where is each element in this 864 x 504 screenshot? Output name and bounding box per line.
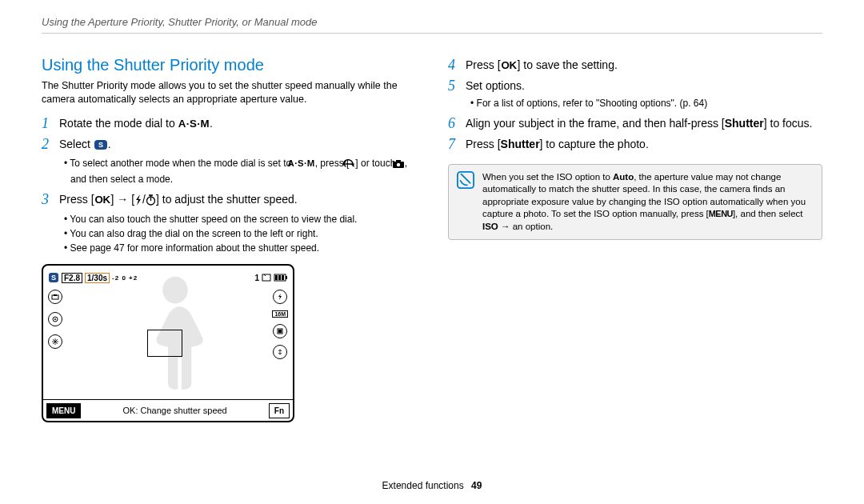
step-body: Press [OK] → [/] to adjust the shutter s… — [59, 192, 416, 256]
step-number: 5 — [448, 78, 459, 111]
af-frame — [147, 330, 182, 357]
lcd-aperture: F2.8 — [62, 273, 82, 283]
svg-rect-19 — [278, 330, 282, 333]
lcd-shutter: 1/30s — [85, 273, 110, 283]
lcd-ev-scale: -2 0 +2 — [112, 274, 138, 282]
step-7: 7Press [Shutter] to capture the photo. — [448, 137, 822, 153]
note-icon — [457, 171, 474, 189]
svg-point-17 — [54, 318, 56, 320]
wb-icon — [48, 334, 62, 349]
lcd-shot-count: 1 — [254, 274, 259, 282]
step-body: Align your subject in the frame, and the… — [466, 116, 822, 132]
svg-rect-11 — [275, 275, 278, 280]
left-column: Using the Shutter Priority mode The Shut… — [42, 56, 416, 422]
footer-section: Extended functions — [382, 480, 464, 491]
step-sublist: For a list of options, refer to "Shootin… — [466, 97, 822, 110]
breadcrumb: Using the Aperture Priority, Shutter Pri… — [42, 16, 822, 34]
step-subitem: For a list of options, refer to "Shootin… — [470, 97, 822, 110]
note-box: When you set the ISO option to Auto, the… — [448, 164, 822, 241]
menu-icon: MENU — [709, 208, 733, 220]
image-size-icon: 16M — [272, 310, 288, 318]
step-3: 3Press [OK] → [/] to adjust the shutter … — [42, 192, 416, 256]
section-heading: Using the Shutter Priority mode — [42, 56, 416, 74]
step-6: 6Align your subject in the frame, and th… — [448, 116, 822, 132]
step-5: 5Set options.For a list of options, refe… — [448, 78, 822, 111]
back-icon — [349, 159, 355, 172]
camera-icon — [398, 159, 405, 172]
sd-card-icon — [262, 274, 271, 282]
step-4: 4Press [OK] to save the setting. — [448, 58, 822, 74]
timer-icon — [146, 194, 156, 210]
flash-icon — [134, 194, 142, 210]
asm-icon: A·S·M — [178, 117, 210, 131]
mode-s-icon: S — [48, 272, 59, 283]
step-number: 7 — [448, 137, 459, 153]
svg-rect-3 — [396, 160, 401, 162]
step-subitem: To select another mode when the mode dia… — [64, 157, 416, 185]
steps-right: 4Press [OK] to save the setting.5Set opt… — [448, 58, 822, 153]
step-body: Press [OK] to save the setting. — [466, 58, 822, 74]
battery-icon — [274, 274, 288, 282]
quality-icon — [273, 324, 287, 338]
step-2: 2Select S.To select another mode when th… — [42, 137, 416, 187]
svg-text:S: S — [51, 274, 56, 282]
svg-rect-12 — [278, 275, 281, 280]
step-number: 2 — [42, 137, 53, 187]
step-body: Set options.For a list of options, refer… — [466, 78, 822, 111]
lcd-preview: S F2.8 1/30s -2 0 +2 1 — [42, 264, 294, 422]
step-number: 4 — [448, 58, 459, 74]
step-body: Press [Shutter] to capture the photo. — [466, 137, 822, 153]
step-subitem: You can also touch the shutter speed on … — [64, 213, 416, 226]
step-1: 1Rotate the mode dial to A·S·M. — [42, 116, 416, 132]
flash-mode-icon — [273, 290, 287, 304]
svg-point-4 — [397, 163, 400, 166]
footer-page-number: 49 — [471, 480, 482, 491]
page-footer: Extended functions 49 — [0, 480, 864, 491]
lcd-menu-button: MENU — [46, 403, 81, 418]
step-subitem: You can also drag the dial on the screen… — [64, 227, 416, 240]
step-number: 6 — [448, 116, 459, 132]
mode-s-icon: S — [94, 139, 108, 154]
svg-rect-10 — [286, 276, 287, 279]
lcd-fn-button: Fn — [269, 403, 290, 418]
asm-icon: A·S·M — [294, 158, 315, 170]
metering-icon — [48, 312, 62, 326]
ois-icon — [273, 345, 287, 359]
lcd-bottom-bar: MENU OK: Change shutter speed Fn — [43, 400, 293, 421]
step-number: 1 — [42, 116, 53, 132]
step-sublist: You can also touch the shutter speed on … — [59, 213, 416, 255]
ok-icon: OK — [501, 58, 518, 74]
step-body: Select S.To select another mode when the… — [59, 137, 416, 187]
step-number: 3 — [42, 192, 53, 256]
lcd-hint-text: OK: Change shutter speed — [84, 406, 265, 415]
step-sublist: To select another mode when the mode dia… — [59, 157, 416, 185]
step-body: Rotate the mode dial to A·S·M. — [59, 116, 416, 132]
note-text: When you set the ISO option to Auto, the… — [482, 171, 814, 234]
ok-icon: OK — [94, 192, 111, 208]
step-subitem: See page 47 for more information about t… — [64, 242, 416, 254]
svg-rect-15 — [54, 294, 57, 296]
drive-mode-icon — [48, 290, 62, 304]
svg-text:S: S — [98, 141, 103, 149]
svg-rect-8 — [262, 274, 270, 281]
intro-text: The Shutter Priority mode allows you to … — [42, 79, 416, 106]
steps-left: 1Rotate the mode dial to A·S·M.2Select S… — [42, 116, 416, 257]
right-column: 4Press [OK] to save the setting.5Set opt… — [448, 56, 822, 422]
svg-rect-13 — [282, 275, 284, 280]
